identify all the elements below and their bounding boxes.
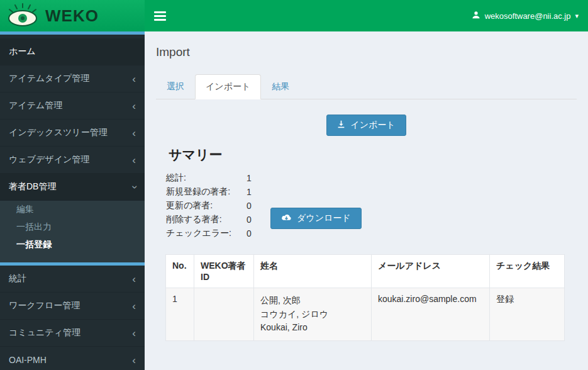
tab-import[interactable]: インポート	[195, 74, 261, 99]
cell-email: koukai.ziro@sample.com	[372, 288, 490, 341]
chevron-down-icon: ‹	[129, 185, 140, 189]
col-header-no: No.	[166, 255, 194, 288]
sidebar-item-workflow-mgmt[interactable]: ワークフロー管理 ‹	[0, 293, 145, 320]
person-icon	[472, 11, 480, 21]
col-header-email: メールアドレス	[372, 255, 490, 288]
col-header-name: 姓名	[254, 255, 372, 288]
chevron-left-icon: ‹	[132, 355, 136, 366]
download-icon	[337, 120, 345, 130]
download-button[interactable]: ダウンロード	[270, 208, 362, 229]
page-title: Import	[156, 45, 577, 59]
table-header-row: No. WEKO著者ID 姓名 メールアドレス チェック結果	[166, 255, 565, 288]
import-result-table: No. WEKO著者ID 姓名 メールアドレス チェック結果 1 公開,	[165, 254, 565, 341]
sidebar-item-authordb-mgmt[interactable]: 著者DB管理 ‹	[0, 174, 145, 201]
navbar: wekosoftware@nii.ac.jp ▾	[145, 0, 588, 31]
brand-title: WEKO	[45, 6, 99, 26]
sidebar-subitem-bulk-register[interactable]: 一括登録	[0, 236, 145, 254]
sidebar-item-community-mgmt[interactable]: コミュニティ管理 ‹	[0, 320, 145, 347]
col-header-check-result: チェック結果	[490, 255, 565, 288]
tab-bar: 選択 インポート 結果	[156, 74, 577, 99]
summary-heading: サマリー	[169, 146, 577, 164]
summary-row-check-error: チェックエラー: 0	[166, 227, 577, 240]
sidebar-item-item-mgmt[interactable]: アイテム管理 ‹	[0, 92, 145, 120]
brand-area[interactable]: WEKO	[0, 0, 145, 31]
import-button[interactable]: インポート	[326, 115, 406, 136]
sidebar-item-indextree-mgmt[interactable]: インデックスツリー管理 ‹	[0, 120, 145, 147]
chevron-left-icon: ‹	[132, 155, 136, 165]
sidebar-item-statistics[interactable]: 統計 ‹	[0, 266, 145, 293]
tab-result[interactable]: 結果	[261, 74, 300, 99]
sidebar-item-itemtype-mgmt[interactable]: アイテムタイプ管理 ‹	[0, 65, 145, 92]
summary-row-total: 総計: 1	[166, 171, 577, 185]
summary-row-delete: 削除する著者: 0	[166, 213, 577, 227]
chevron-left-icon: ‹	[132, 128, 136, 138]
chevron-left-icon: ‹	[132, 301, 136, 311]
sidebar-toggle-icon[interactable]	[154, 11, 166, 21]
sidebar-item-webdesign-mgmt[interactable]: ウェブデザイン管理 ‹	[0, 147, 145, 174]
tab-select[interactable]: 選択	[156, 74, 195, 99]
sidebar-item-oai-pmh[interactable]: OAI-PMH ‹	[0, 347, 145, 370]
chevron-left-icon: ‹	[132, 74, 136, 84]
summary-row-new: 新規登録の著者: 1	[166, 185, 577, 199]
weko-admin-app: WEKO wekosoftware@nii.ac.jp ▾	[0, 0, 588, 370]
user-menu[interactable]: wekosoftware@nii.ac.jp ▾	[472, 11, 579, 21]
weko-logo-icon	[6, 3, 39, 29]
summary-block: 総計: 1 新規登録の著者: 1 更新の著者: 0 削除する著者: 0	[166, 171, 577, 240]
authordb-submenu: 編集 一括出力 一括登録	[0, 201, 145, 262]
col-header-weko-author-id: WEKO著者ID	[194, 255, 254, 288]
main-content: Import 選択 インポート 結果 インポート	[145, 31, 588, 370]
chevron-down-icon: ▾	[575, 12, 579, 20]
sidebar: ホーム アイテムタイプ管理 ‹ アイテム管理 ‹ インデックスツリー管理 ‹ ウ…	[0, 31, 145, 370]
table-row: 1 公開, 次郎 コウカイ, ジロウ Koukai, Ziro koukai.z…	[166, 288, 565, 341]
cell-name: 公開, 次郎 コウカイ, ジロウ Koukai, Ziro	[254, 288, 372, 341]
chevron-left-icon: ‹	[132, 274, 136, 284]
import-tab-panel: インポート サマリー 総計: 1 新規登録の著者: 1 更新の著者:	[156, 99, 577, 341]
summary-row-update: 更新の著者: 0	[166, 199, 577, 213]
chevron-left-icon: ‹	[132, 101, 136, 111]
cell-no: 1	[166, 288, 194, 341]
sidebar-subitem-bulk-export[interactable]: 一括出力	[0, 218, 145, 236]
sidebar-subitem-edit[interactable]: 編集	[0, 201, 145, 218]
sidebar-item-home[interactable]: ホーム	[0, 38, 145, 65]
cloud-download-icon	[281, 213, 292, 223]
cell-check-result: 登録	[490, 288, 565, 341]
top-bar: WEKO wekosoftware@nii.ac.jp ▾	[0, 0, 588, 31]
chevron-left-icon: ‹	[132, 328, 136, 339]
user-email: wekosoftware@nii.ac.jp	[485, 11, 571, 21]
cell-weko-author-id	[194, 288, 254, 341]
